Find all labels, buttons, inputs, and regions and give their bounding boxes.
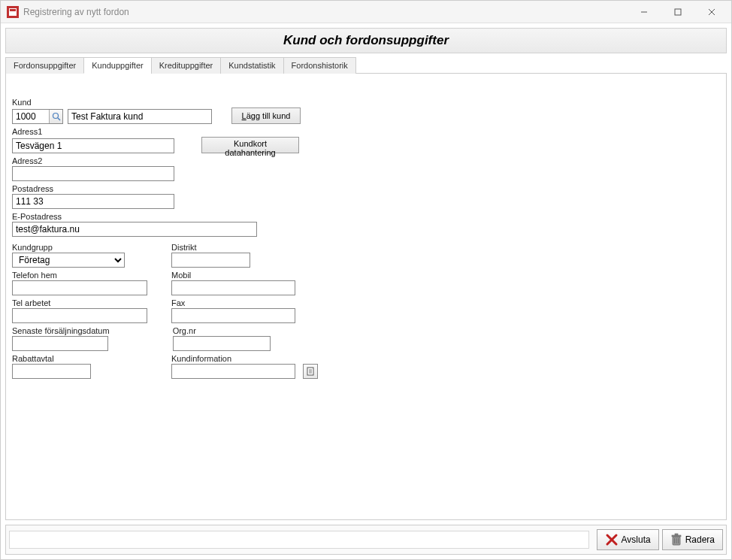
tab-kundstatistik[interactable]: Kundstatistik bbox=[220, 57, 283, 74]
titlebar: Registrering av nytt fordon bbox=[1, 1, 731, 23]
kund-id-input[interactable] bbox=[13, 110, 49, 123]
close-button[interactable] bbox=[694, 2, 728, 23]
page-header: Kund och fordonsuppgifter bbox=[5, 28, 727, 53]
orgnr-input[interactable] bbox=[173, 336, 271, 351]
svg-rect-1 bbox=[675, 9, 681, 15]
titlebar-controls bbox=[627, 2, 728, 23]
adress1-input[interactable] bbox=[12, 138, 174, 153]
epostadress-input[interactable] bbox=[12, 222, 257, 237]
label-adress2: Adress2 bbox=[12, 156, 720, 165]
content-panel: Kund Lägg till kund Adress1 Kundkort dat… bbox=[5, 74, 727, 520]
close-icon bbox=[708, 8, 715, 16]
kundkort-data-button[interactable]: Kundkort datahantering bbox=[201, 137, 299, 153]
distrikt-input[interactable] bbox=[171, 253, 250, 268]
kund-id-wrapper bbox=[12, 109, 63, 124]
tab-fordonshistorik[interactable]: Fordonshistorik bbox=[283, 57, 356, 74]
minimize-button[interactable] bbox=[627, 2, 661, 23]
label-telefon-hem: Telefon hem bbox=[12, 271, 147, 280]
radera-label: Radera bbox=[685, 534, 715, 545]
label-rabattavtal: Rabattavtal bbox=[12, 354, 91, 363]
kund-namn-input[interactable] bbox=[68, 109, 212, 124]
tab-fordonsuppgifter[interactable]: Fordonsuppgifter bbox=[5, 57, 84, 74]
label-epostadress: E-Postadress bbox=[12, 212, 720, 221]
telefon-hem-input[interactable] bbox=[12, 280, 147, 295]
avsluta-label: Avsluta bbox=[622, 534, 651, 545]
mobil-input[interactable] bbox=[171, 280, 295, 295]
tab-kunduppgifter[interactable]: Kunduppgifter bbox=[83, 57, 152, 74]
label-kundgrupp: Kundgrupp bbox=[12, 243, 125, 252]
status-bar bbox=[9, 531, 589, 549]
label-postadress: Postadress bbox=[12, 184, 720, 193]
kundgrupp-select[interactable]: Företag bbox=[12, 253, 125, 268]
kund-search-button[interactable] bbox=[49, 110, 62, 123]
tab-kredituppgifter[interactable]: Kredituppgifter bbox=[151, 57, 222, 74]
window: Registrering av nytt fordon Kund och for… bbox=[0, 0, 732, 560]
maximize-button[interactable] bbox=[661, 2, 694, 23]
kundinformation-doc-button[interactable] bbox=[303, 364, 318, 379]
senaste-forsaljningsdatum-input[interactable] bbox=[12, 336, 108, 351]
footer: Avsluta Radera bbox=[5, 525, 727, 555]
window-title: Registrering av nytt fordon bbox=[23, 7, 627, 17]
label-orgnr: Org.nr bbox=[173, 326, 271, 335]
label-fax: Fax bbox=[171, 298, 295, 307]
app-icon bbox=[7, 6, 19, 18]
maximize-icon bbox=[674, 8, 682, 16]
label-senaste-forsaljningsdatum: Senaste försäljningsdatum bbox=[12, 326, 110, 335]
tel-arbetet-input[interactable] bbox=[12, 308, 147, 323]
trash-icon bbox=[670, 533, 682, 546]
svg-point-4 bbox=[53, 114, 58, 119]
kundinformation-input[interactable] bbox=[171, 364, 295, 379]
svg-rect-14 bbox=[675, 534, 678, 535]
adress2-input[interactable] bbox=[12, 166, 174, 181]
avsluta-button[interactable]: Avsluta bbox=[597, 529, 659, 550]
rabattavtal-input[interactable] bbox=[12, 364, 91, 379]
close-x-icon bbox=[605, 533, 619, 546]
tab-bar: Fordonsuppgifter Kunduppgifter Kreditupp… bbox=[5, 53, 727, 74]
minimize-icon bbox=[640, 8, 648, 16]
label-adress1: Adress1 bbox=[12, 127, 720, 136]
radera-button[interactable]: Radera bbox=[662, 529, 723, 550]
document-icon bbox=[306, 367, 315, 376]
label-kundinformation: Kundinformation bbox=[171, 354, 318, 363]
fax-input[interactable] bbox=[171, 308, 295, 323]
search-icon bbox=[52, 112, 61, 121]
label-kund: Kund bbox=[12, 98, 720, 107]
svg-line-5 bbox=[58, 118, 60, 120]
label-mobil: Mobil bbox=[171, 271, 295, 280]
postadress-input[interactable] bbox=[12, 194, 174, 209]
lagg-till-kund-button[interactable]: Lägg till kund bbox=[231, 107, 301, 124]
label-distrikt: Distrikt bbox=[171, 243, 250, 252]
label-tel-arbetet: Tel arbetet bbox=[12, 298, 147, 307]
